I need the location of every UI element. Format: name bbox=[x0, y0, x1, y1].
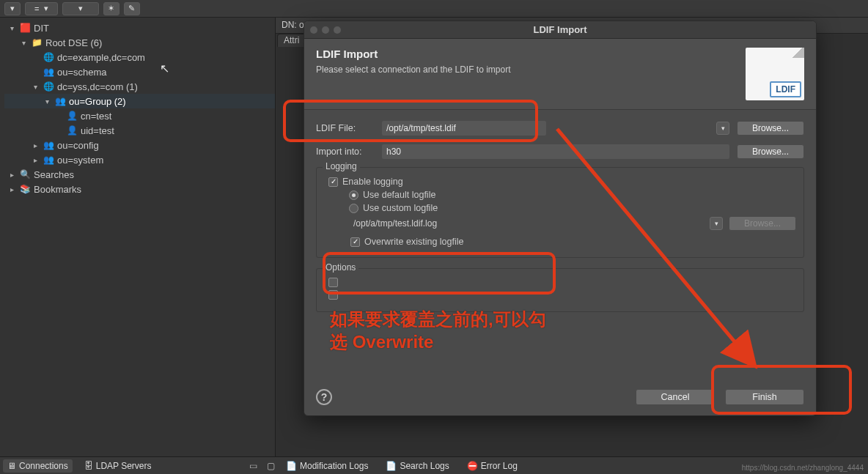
dialog-titlebar[interactable]: LDIF Import bbox=[304, 21, 816, 39]
tree-label: Root DSE (6) bbox=[45, 37, 102, 48]
tree-label: Searches bbox=[34, 169, 74, 180]
dialog-header-subtitle: Please select a connection and the LDIF … bbox=[316, 64, 510, 75]
bookmark-icon: 📚 bbox=[19, 183, 31, 195]
option-checkbox-2[interactable] bbox=[328, 290, 796, 300]
toolbar-filter-eq[interactable]: = ▾ bbox=[25, 2, 58, 15]
overwrite-logfile-checkbox[interactable]: Overwrite existing logfile bbox=[350, 237, 796, 247]
use-default-logfile-label: Use default logfile bbox=[363, 190, 435, 200]
minimize-icon[interactable]: ▭ bbox=[248, 461, 258, 471]
ldif-file-input[interactable]: /opt/a/tmp/test.ldif bbox=[382, 121, 546, 136]
checkbox-checked-icon bbox=[328, 177, 338, 187]
tab-connections[interactable]: 🖥Connections bbox=[3, 459, 73, 473]
chevron-down-icon[interactable]: ▾ bbox=[43, 97, 51, 105]
log-icon: 📄 bbox=[286, 461, 297, 471]
ldif-file-row: LDIF File: /opt/a/tmp/test.ldif ▾ Browse… bbox=[316, 120, 804, 136]
main-toolbar: ▾ = ▾ ▾ ✶ ✎ bbox=[0, 0, 868, 18]
tab-ldap-servers[interactable]: 🗄LDAP Servers bbox=[80, 459, 156, 473]
tree-node-ou-group[interactable]: ▾ 👥 ou=Group (2) bbox=[4, 94, 275, 108]
checkbox-checked-icon bbox=[350, 237, 360, 247]
toolbar-dropdown-2[interactable]: ▾ bbox=[62, 2, 99, 15]
use-default-logfile-radio[interactable]: Use default logfile bbox=[349, 190, 796, 200]
help-button[interactable]: ? bbox=[316, 389, 332, 405]
restore-icon[interactable]: ▢ bbox=[265, 461, 276, 471]
tree-label: dc=yss,dc=com (1) bbox=[57, 81, 138, 92]
tree-node-root-dse[interactable]: ▾ 📁 Root DSE (6) bbox=[4, 35, 275, 50]
filter-op-label: = bbox=[34, 4, 39, 13]
toolbar-action-1[interactable]: ✶ bbox=[103, 2, 119, 15]
tree-node-dit[interactable]: ▾ 🟥 DIT bbox=[4, 21, 275, 35]
use-custom-logfile-label: Use custom logfile bbox=[363, 203, 438, 213]
import-into-input[interactable]: h30 bbox=[382, 144, 729, 159]
ldif-file-history-button[interactable]: ▾ bbox=[716, 122, 729, 135]
options-legend: Options bbox=[323, 262, 358, 273]
enable-logging-checkbox[interactable]: Enable logging bbox=[328, 177, 796, 187]
chevron-down-icon[interactable]: ▾ bbox=[19, 39, 28, 47]
radio-checked-icon bbox=[349, 190, 358, 200]
logfile-path-row: /opt/a/tmp/test.ldif.log ▾ Browse... bbox=[353, 216, 796, 231]
tree-node-bookmarks[interactable]: ▸ 📚 Bookmarks bbox=[4, 182, 275, 196]
ldif-import-dialog: LDIF Import LDIF Import Please select a … bbox=[304, 21, 817, 416]
finish-button[interactable]: Finish bbox=[725, 389, 804, 405]
checkbox-unchecked-icon bbox=[328, 290, 338, 300]
toolbar-action-2[interactable]: ✎ bbox=[124, 2, 140, 15]
tree-label: dc=example,dc=com bbox=[57, 52, 145, 63]
tree-node-searches[interactable]: ▸ 🔍 Searches bbox=[4, 167, 275, 182]
radio-unchecked-icon bbox=[349, 204, 358, 213]
tree-node-ou-schema[interactable]: 👥 ou=schema bbox=[4, 64, 275, 79]
logfile-history-button[interactable]: ▾ bbox=[710, 217, 723, 230]
option-checkbox-1[interactable] bbox=[328, 278, 796, 287]
checkbox-unchecked-icon bbox=[328, 278, 338, 287]
use-custom-logfile-radio[interactable]: Use custom logfile bbox=[349, 203, 796, 213]
import-into-label: Import into: bbox=[316, 147, 375, 157]
org-icon: 👥 bbox=[43, 139, 54, 151]
tree-node-dc-yss[interactable]: ▾ 🌐 dc=yss,dc=com (1) bbox=[4, 79, 275, 94]
tree-node-cn-test[interactable]: 👤 cn=test bbox=[4, 108, 275, 123]
chevron-down-icon[interactable]: ▾ bbox=[31, 83, 40, 91]
tree-label: ou=Group (2) bbox=[69, 96, 126, 107]
tree-node-uid-test[interactable]: 👤 uid=test bbox=[4, 123, 275, 138]
globe-icon: 🌐 bbox=[43, 51, 54, 63]
tree-label: DIT bbox=[34, 23, 49, 34]
logfile-browse-button: Browse... bbox=[729, 216, 796, 231]
ldif-file-browse-button[interactable]: Browse... bbox=[737, 121, 804, 136]
ldif-badge-label: LDIF bbox=[770, 81, 801, 97]
tree-label: uid=test bbox=[81, 125, 114, 136]
dit-icon: 🟥 bbox=[19, 22, 31, 34]
options-group: Options bbox=[316, 268, 804, 312]
toolbar-dropdown-1[interactable]: ▾ bbox=[4, 2, 21, 15]
tree-label: ou=system bbox=[57, 155, 103, 166]
chevron-right-icon[interactable]: ▸ bbox=[7, 171, 16, 179]
tree-label: cn=test bbox=[81, 111, 111, 122]
tree-node-ou-config[interactable]: ▸ 👥 ou=config bbox=[4, 138, 275, 152]
cancel-button[interactable]: Cancel bbox=[636, 389, 715, 405]
chevron-right-icon[interactable]: ▸ bbox=[31, 156, 40, 164]
import-into-row: Import into: h30 Browse... bbox=[316, 144, 804, 160]
chevron-right-icon[interactable]: ▸ bbox=[7, 185, 16, 193]
tab-error-log[interactable]: ⛔Error Log bbox=[463, 459, 522, 473]
import-into-browse-button[interactable]: Browse... bbox=[737, 144, 804, 159]
chevron-right-icon[interactable]: ▸ bbox=[31, 141, 40, 149]
tab-search-logs[interactable]: 📄Search Logs bbox=[381, 459, 453, 473]
overwrite-logfile-label: Overwrite existing logfile bbox=[364, 237, 463, 247]
logging-group: Logging Enable logging Use default logfi… bbox=[316, 167, 804, 258]
tab-modification-logs[interactable]: 📄Modification Logs bbox=[282, 459, 372, 473]
search-icon: 🔍 bbox=[19, 169, 31, 180]
enable-logging-label: Enable logging bbox=[342, 177, 403, 187]
dialog-footer: ? Cancel Finish bbox=[304, 389, 816, 415]
ldif-file-icon: LDIF bbox=[746, 48, 804, 100]
servers-icon: 🗄 bbox=[84, 461, 93, 471]
log-icon: 📄 bbox=[386, 461, 397, 471]
watermark: https://blog.csdn.net/zhanglong_4444 bbox=[742, 464, 864, 472]
chevron-down-icon[interactable]: ▾ bbox=[7, 24, 16, 32]
connections-icon: 🖥 bbox=[7, 461, 16, 471]
org-icon: 👥 bbox=[43, 154, 54, 166]
dialog-title: LDIF Import bbox=[304, 24, 816, 35]
tree-node-ou-system[interactable]: ▸ 👥 ou=system bbox=[4, 152, 275, 167]
tree-node-dc-example[interactable]: 🌐 dc=example,dc=com bbox=[4, 50, 275, 64]
globe-icon: 🌐 bbox=[43, 81, 54, 92]
attributes-tab[interactable]: Attri bbox=[277, 34, 306, 47]
tree-label: ou=schema bbox=[57, 67, 107, 78]
ldif-file-label: LDIF File: bbox=[316, 123, 375, 133]
folder-icon: 📁 bbox=[31, 37, 43, 48]
logging-legend: Logging bbox=[323, 161, 360, 171]
